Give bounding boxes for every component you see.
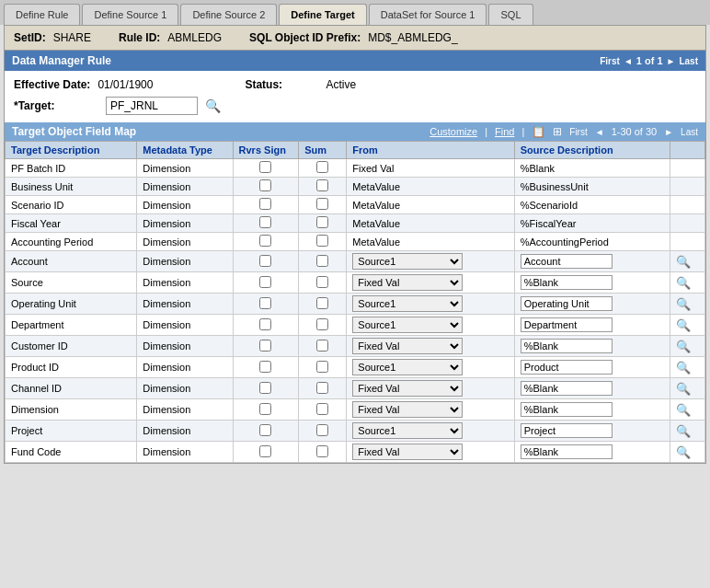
source-input-10[interactable] — [521, 360, 613, 375]
rvrs-checkbox-14[interactable] — [259, 445, 271, 457]
from-select-11[interactable]: Fixed ValSource1MetaValue — [352, 380, 463, 397]
tab-dataset-source1[interactable]: DataSet for Source 1 — [369, 4, 487, 25]
sum-checkbox-0[interactable] — [316, 161, 328, 173]
cell-rvrs-11 — [233, 378, 299, 399]
from-select-13[interactable]: Fixed ValSource1MetaValue — [352, 422, 463, 439]
cell-icon-11: 🔍 — [670, 378, 705, 399]
header-nav: First ◄ 1 of 1 ► Last — [600, 55, 698, 66]
rvrs-checkbox-13[interactable] — [259, 424, 271, 436]
cell-icon-2 — [670, 196, 705, 214]
rvrs-checkbox-11[interactable] — [259, 382, 271, 394]
sum-checkbox-13[interactable] — [316, 424, 328, 436]
source-input-14[interactable] — [521, 444, 613, 459]
col-header-rvrs: Rvrs Sign — [233, 142, 299, 159]
sum-checkbox-7[interactable] — [316, 297, 328, 309]
table-next-btn[interactable]: ► — [664, 127, 673, 137]
sum-checkbox-1[interactable] — [316, 179, 328, 191]
customize-link[interactable]: Customize — [429, 126, 477, 137]
rvrs-checkbox-1[interactable] — [259, 179, 271, 191]
from-select-12[interactable]: Fixed ValSource1MetaValue — [352, 401, 463, 418]
cell-meta-2: Dimension — [137, 196, 233, 214]
cell-icon-10: 🔍 — [670, 357, 705, 378]
sum-checkbox-12[interactable] — [316, 403, 328, 415]
find-link[interactable]: Find — [495, 126, 514, 137]
source-input-9[interactable] — [521, 339, 613, 353]
source-search-icon-9[interactable]: 🔍 — [676, 340, 691, 353]
cell-meta-10: Dimension — [137, 357, 233, 378]
from-select-9[interactable]: Fixed ValSource1MetaValue — [352, 338, 463, 354]
tab-define-rule[interactable]: Define Rule — [4, 4, 80, 25]
table-icon1: 📋 — [532, 125, 545, 138]
source-search-icon-14[interactable]: 🔍 — [676, 445, 691, 459]
sum-checkbox-11[interactable] — [316, 382, 328, 394]
source-search-icon-11[interactable]: 🔍 — [676, 382, 691, 396]
cell-target-11: Channel ID — [6, 378, 137, 399]
source-search-icon-10[interactable]: 🔍 — [676, 361, 691, 375]
from-select-7[interactable]: Fixed ValSource1MetaValue — [352, 295, 463, 312]
from-select-6[interactable]: Fixed ValSource1MetaValue — [352, 274, 463, 291]
target-search-icon[interactable]: 🔍 — [205, 98, 221, 113]
rvrs-checkbox-2[interactable] — [259, 198, 271, 210]
rvrs-checkbox-4[interactable] — [259, 235, 271, 247]
cell-target-2: Scenario ID — [6, 196, 137, 214]
source-input-5[interactable] — [521, 254, 613, 269]
sum-checkbox-4[interactable] — [316, 235, 328, 247]
cell-meta-3: Dimension — [137, 214, 233, 233]
rvrs-checkbox-6[interactable] — [259, 276, 271, 288]
target-input[interactable] — [106, 97, 198, 115]
source-input-11[interactable] — [521, 381, 613, 396]
from-select-8[interactable]: Fixed ValSource1MetaValue — [352, 317, 463, 333]
source-search-icon-6[interactable]: 🔍 — [676, 276, 691, 290]
from-select-5[interactable]: Fixed ValSource1MetaValue — [352, 253, 463, 270]
sum-checkbox-8[interactable] — [316, 318, 328, 330]
rvrs-checkbox-3[interactable] — [259, 216, 271, 228]
rvrs-checkbox-7[interactable] — [259, 297, 271, 309]
cell-sum-3 — [299, 214, 347, 233]
source-search-icon-13[interactable]: 🔍 — [676, 424, 691, 438]
sum-checkbox-5[interactable] — [316, 255, 328, 267]
source-input-13[interactable] — [521, 423, 613, 438]
tab-sql[interactable]: SQL — [488, 4, 532, 25]
sum-checkbox-10[interactable] — [316, 361, 328, 373]
rvrs-checkbox-5[interactable] — [259, 255, 271, 267]
table-row: Scenario IDDimensionMetaValue%ScenarioId — [6, 196, 705, 214]
source-input-6[interactable] — [521, 275, 613, 290]
source-input-8[interactable] — [521, 317, 613, 332]
cell-icon-0 — [670, 159, 705, 178]
cell-sum-1 — [299, 178, 347, 196]
table-last-btn[interactable]: Last — [681, 127, 698, 137]
sum-checkbox-6[interactable] — [316, 276, 328, 288]
table-first-btn[interactable]: First — [569, 127, 587, 137]
tab-define-target[interactable]: Define Target — [279, 4, 366, 25]
source-input-12[interactable] — [521, 402, 613, 417]
rvrs-checkbox-10[interactable] — [259, 361, 271, 373]
header-prev-btn[interactable]: ◄ — [624, 56, 633, 66]
cell-from-1: MetaValue — [347, 178, 514, 196]
source-input-7[interactable] — [521, 296, 613, 311]
source-search-icon-12[interactable]: 🔍 — [676, 403, 691, 417]
status-value: Active — [326, 78, 356, 91]
tab-define-source2[interactable]: Define Source 2 — [180, 4, 277, 25]
sum-checkbox-2[interactable] — [316, 198, 328, 210]
source-search-icon-7[interactable]: 🔍 — [676, 297, 691, 311]
source-search-icon-5[interactable]: 🔍 — [676, 255, 691, 269]
from-select-14[interactable]: Fixed ValSource1MetaValue — [352, 444, 463, 460]
sum-checkbox-14[interactable] — [316, 445, 328, 457]
rvrs-checkbox-9[interactable] — [259, 340, 271, 352]
rvrs-checkbox-8[interactable] — [259, 318, 271, 330]
header-bar: SetID: SHARE Rule ID: ABMLEDG SQL Object… — [5, 26, 705, 51]
rvrs-checkbox-0[interactable] — [259, 161, 271, 173]
source-search-icon-8[interactable]: 🔍 — [676, 318, 691, 332]
table-prev-btn[interactable]: ◄ — [595, 127, 604, 137]
header-next-btn[interactable]: ► — [667, 56, 676, 66]
cell-target-9: Customer ID — [6, 336, 137, 357]
from-select-10[interactable]: Fixed ValSource1MetaValue — [352, 359, 463, 375]
sum-checkbox-3[interactable] — [316, 216, 328, 228]
header-last-btn[interactable]: Last — [679, 56, 698, 66]
table-body: PF Batch IDDimensionFixed Val%BlankBusin… — [6, 159, 705, 463]
cell-rvrs-0 — [233, 159, 299, 178]
sum-checkbox-9[interactable] — [316, 340, 328, 352]
rvrs-checkbox-12[interactable] — [259, 403, 271, 415]
tab-define-source1[interactable]: Define Source 1 — [82, 4, 178, 25]
header-first-btn[interactable]: First — [600, 56, 620, 66]
